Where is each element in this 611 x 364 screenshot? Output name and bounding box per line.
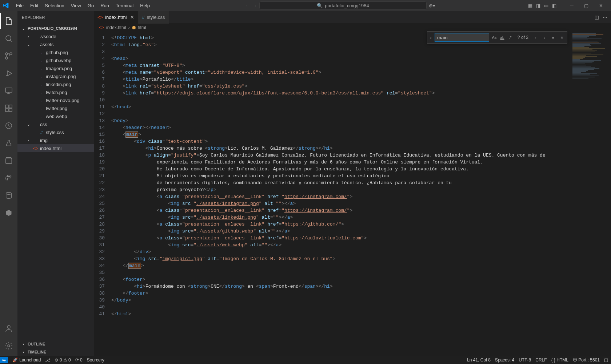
menu-selection[interactable]: Selection — [42, 1, 67, 10]
menu-terminal[interactable]: Terminal — [113, 1, 136, 10]
tab-style-css[interactable]: # style.css — [138, 11, 169, 24]
file-twitter-novo.png[interactable]: ▫twitter-novo.png — [17, 96, 94, 104]
whole-word-icon[interactable]: ab — [499, 34, 506, 41]
outline-section[interactable]: › OUTLINE — [17, 340, 94, 348]
menu-run[interactable]: Run — [97, 1, 112, 10]
tab-index-html[interactable]: <> index.html ✕ — [94, 11, 138, 24]
menu-help[interactable]: Help — [137, 1, 153, 10]
status-encoding[interactable]: UTF-8 — [519, 357, 531, 363]
file-Imagem.png[interactable]: ▫Imagem.png — [17, 64, 94, 72]
window-close[interactable]: ✕ — [594, 0, 608, 11]
copilot-icon[interactable]: ⊕▾ — [429, 3, 435, 8]
breadcrumb-bar: <> index.html › ⬢ html — [94, 24, 611, 32]
toggle-panel-icon[interactable]: ◨ — [536, 3, 540, 8]
status-launchpad[interactable]: 🚀 Launchpad — [12, 357, 41, 363]
chevron-icon: ⌄ — [25, 42, 31, 47]
window-maximize[interactable]: ▢ — [579, 0, 594, 11]
tree-root[interactable]: ⌄ PORTAFOLIO_CMGG1984 — [17, 24, 94, 32]
file-icon: ▫ — [39, 65, 44, 71]
find-prev-icon[interactable]: ↑ — [532, 34, 539, 41]
activity-extensions[interactable] — [0, 100, 17, 116]
toggle-bottom-icon[interactable]: ▭ — [544, 3, 548, 8]
breadcrumb-item[interactable]: index.html — [106, 25, 126, 30]
activity-explorer[interactable] — [0, 13, 17, 29]
file-github.png[interactable]: ▫github.png — [17, 48, 94, 56]
file-linkedin.png[interactable]: ▫linkedin.png — [17, 80, 94, 88]
find-close-icon[interactable]: ✕ — [558, 34, 566, 41]
find-next-icon[interactable]: ↓ — [541, 34, 548, 41]
toggle-sidebar-icon[interactable]: ◧ — [552, 3, 556, 8]
activity-python[interactable] — [0, 170, 17, 186]
activity-project-manager[interactable] — [0, 153, 17, 169]
folder-img[interactable]: ›img — [17, 136, 94, 144]
editor-body[interactable]: 1234567891011121314151617181920212223242… — [94, 32, 611, 356]
activity-hexagon[interactable] — [0, 205, 17, 221]
code-content[interactable]: <!DOCTYPE html><html lang="es"> <head> <… — [111, 32, 571, 356]
command-center[interactable]: 🔍 portafolio_cmgg1984 — [259, 1, 427, 9]
regex-icon[interactable]: .* — [507, 34, 514, 41]
file-icon: ▫ — [39, 113, 44, 119]
menu-file[interactable]: File — [13, 1, 27, 10]
find-input[interactable] — [435, 33, 489, 42]
status-eol[interactable]: CRLF — [535, 357, 547, 363]
nav-back-icon[interactable]: ← — [245, 3, 250, 8]
split-editor-icon[interactable]: ◫ — [595, 15, 599, 20]
file-web.webp[interactable]: ▫web.webp — [17, 112, 94, 120]
activity-search[interactable] — [0, 31, 17, 46]
chevron-right-icon: › — [20, 350, 26, 354]
vscode-logo-icon — [3, 2, 9, 9]
file-icon — [33, 33, 39, 39]
window-minimize[interactable]: ─ — [564, 0, 579, 11]
status-cursor-position[interactable]: Ln 41, Col 8 — [467, 357, 491, 363]
menu-view[interactable]: View — [68, 1, 84, 10]
activity-remote-explorer[interactable] — [0, 83, 17, 99]
file-index.html[interactable]: <>index.html — [17, 144, 94, 152]
activity-settings[interactable] — [0, 338, 17, 354]
file-style.css[interactable]: #style.css — [17, 128, 94, 136]
nav-forward-icon[interactable]: → — [252, 3, 257, 8]
status-branch[interactable]: ⎇ — [45, 357, 50, 363]
activity-database[interactable] — [0, 187, 17, 203]
status-live-server[interactable]: ⦿ Port : 5501 — [573, 357, 600, 363]
match-case-icon[interactable]: Aa — [491, 34, 498, 41]
main-menu: File Edit Selection View Go Run Terminal… — [13, 1, 153, 10]
more-actions-icon[interactable]: ⋯ — [603, 15, 607, 20]
status-sourcery[interactable]: Sourcery — [87, 357, 104, 363]
find-result-count: ? of 2 — [515, 35, 531, 40]
file-twitch.png[interactable]: ▫twitch.png — [17, 88, 94, 96]
sidebar-more-icon[interactable]: ⋯ — [85, 15, 90, 20]
status-errors[interactable]: ⊘ 0 ⚠ 0 — [55, 357, 71, 363]
chevron-icon: › — [25, 138, 31, 142]
activity-gitlens[interactable] — [0, 118, 17, 134]
layout-customize-icon[interactable]: ▦ — [528, 3, 532, 8]
activity-accounts[interactable] — [0, 320, 17, 336]
status-remote[interactable]: ⇋ — [0, 357, 8, 363]
minimap[interactable] — [571, 32, 611, 356]
breadcrumb-item[interactable]: html — [138, 25, 146, 30]
find-selection-icon[interactable]: ≡ — [550, 34, 557, 41]
file-icon: ▫ — [39, 73, 44, 79]
timeline-section[interactable]: › TIMELINE — [17, 348, 94, 356]
chevron-icon: › — [25, 34, 31, 39]
status-language[interactable]: { } HTML — [551, 357, 568, 363]
file-github.webp[interactable]: ▫github.webp — [17, 56, 94, 64]
status-indentation[interactable]: Spaces: 4 — [495, 357, 514, 363]
activity-testing[interactable] — [0, 135, 17, 151]
menu-go[interactable]: Go — [85, 1, 97, 10]
status-bar: ⇋ 🚀 Launchpad ⎇ ⊘ 0 ⚠ 0 ⟳ 0 Sourcery Ln … — [0, 356, 611, 364]
folder-css[interactable]: ⌄css — [17, 120, 94, 128]
activity-source-control[interactable] — [0, 48, 17, 64]
menu-edit[interactable]: Edit — [27, 1, 41, 10]
find-expand-icon[interactable]: › — [429, 35, 433, 40]
close-icon[interactable]: ✕ — [130, 15, 134, 20]
folder-assets[interactable]: ⌄assets — [17, 40, 94, 48]
status-ports[interactable]: ⟳ 0 — [75, 357, 83, 363]
file-instagram.png[interactable]: ▫instagram.png — [17, 72, 94, 80]
root-label: PORTAFOLIO_CMGG1984 — [28, 26, 77, 31]
file-twitter.png[interactable]: ▫twitter.png — [17, 104, 94, 112]
activity-run-debug[interactable] — [0, 65, 17, 81]
search-icon: 🔍 — [317, 3, 323, 8]
file-icon: ▫ — [39, 49, 44, 55]
status-notifications-icon[interactable]: ◫ — [604, 357, 608, 363]
folder-.vscode[interactable]: ›.vscode — [17, 32, 94, 40]
